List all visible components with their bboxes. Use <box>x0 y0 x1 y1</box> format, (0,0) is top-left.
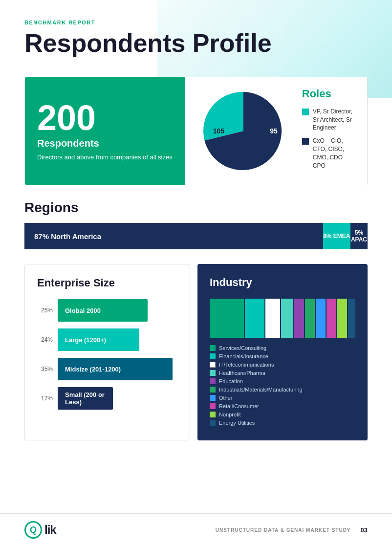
bar-fill-small: Small (200 or Less) <box>58 387 113 410</box>
ind-bar-retail <box>327 299 336 338</box>
ind-text-education: Education <box>219 378 243 384</box>
bar-track-large: Large (1200+) <box>58 328 177 351</box>
ind-text-healthcare: Healthcare/Pharma <box>219 370 265 376</box>
industry-chart <box>210 299 355 338</box>
enterprise-size-title: Enterprise Size <box>37 277 177 289</box>
ind-legend-healthcare: Healthcare/Pharma <box>210 370 355 376</box>
industry-legend: Services/Consulting Financials/Insurance… <box>210 345 355 426</box>
qlik-logo: Q lik <box>24 521 56 539</box>
enterprise-size-panel: Enterprise Size 25% Global 2000 24% Larg… <box>24 264 190 440</box>
respondents-chart-area: 105 95 Roles VP, Sr Director, Sr Archite… <box>185 77 367 185</box>
bar-fill-midsize: Midsize (201-1200) <box>58 358 173 380</box>
bar-fill-global2000: Global 2000 <box>58 299 148 322</box>
ind-legend-it: IT/Telecommunications <box>210 362 355 368</box>
footer: Q lik UNSTRUCTURED DATA & GENAI MARKET S… <box>0 513 392 546</box>
ind-legend-financials: Financials/Insurance <box>210 353 355 359</box>
ind-text-financials: Financials/Insurance <box>219 353 268 359</box>
ind-text-energy: Energy Utilities <box>219 420 255 426</box>
regions-title: Regions <box>24 200 368 216</box>
ind-color-education <box>210 378 216 384</box>
ind-legend-retail: Retail/Consumer <box>210 403 355 409</box>
bar-pct-small: 17% <box>37 395 53 402</box>
industry-panel: Industry Service <box>197 264 368 440</box>
ind-legend-education: Education <box>210 378 355 384</box>
main-content: 200 Respondents Directors and above from… <box>0 77 392 440</box>
ind-color-energy <box>210 420 216 426</box>
region-emea: 8% EMEA <box>323 223 350 249</box>
bottom-panels: Enterprise Size 25% Global 2000 24% Larg… <box>24 264 368 440</box>
ind-text-it: IT/Telecommunications <box>219 362 274 368</box>
respondents-card: 200 Respondents Directors and above from… <box>24 77 368 185</box>
bar-pct-global2000: 25% <box>37 307 53 314</box>
ind-text-nonprofit: Nonprofit <box>219 412 241 417</box>
roles-title: Roles <box>302 87 352 100</box>
bar-item-small: 17% Small (200 or Less) <box>37 387 177 410</box>
ind-legend-industrials: Industrials/Materials/Manufacturing <box>210 387 355 393</box>
bar-track-global2000: Global 2000 <box>58 299 177 322</box>
page: BENCHMARK REPORT Respondents Profile 200… <box>0 0 392 546</box>
ind-bar-nonprofit <box>337 299 347 338</box>
benchmark-label: BENCHMARK REPORT <box>24 20 368 25</box>
ind-color-retail <box>210 403 216 409</box>
respondents-number: 200 <box>37 100 173 135</box>
bar-item-large: 24% Large (1200+) <box>37 328 177 351</box>
qlik-logo-text: lik <box>44 523 56 537</box>
legend-item-cxo: CxO – CIO, CTO, CISO, CMO, CDO CPO <box>302 137 352 170</box>
respondents-description: Directors and above from companies of al… <box>37 153 173 162</box>
ind-text-industrials: Industrials/Materials/Manufacturing <box>219 387 303 393</box>
ind-color-services <box>210 345 216 351</box>
regions-bar: 87% North America 8% EMEA 5% APAC <box>24 223 368 249</box>
ind-color-other <box>210 395 216 401</box>
pie-chart-container: 105 95 <box>199 87 287 175</box>
ind-legend-services: Services/Consulting <box>210 345 355 351</box>
legend-text-cxo: CxO – CIO, CTO, CISO, CMO, CDO CPO <box>313 137 352 170</box>
ind-bar-industrials <box>305 299 315 338</box>
legend-item-vp: VP, Sr Director, Sr Architect, Sr Engine… <box>302 108 352 132</box>
ind-bar-it <box>265 299 280 338</box>
ind-color-nonprofit <box>210 412 216 417</box>
bar-track-small: Small (200 or Less) <box>58 387 177 410</box>
legend-text-vp: VP, Sr Director, Sr Architect, Sr Engine… <box>313 108 352 132</box>
ind-bar-education <box>294 299 304 338</box>
ind-color-financials <box>210 353 216 359</box>
legend-color-teal <box>302 109 309 115</box>
ind-legend-nonprofit: Nonprofit <box>210 412 355 417</box>
legend-color-dark <box>302 138 309 145</box>
header: BENCHMARK REPORT Respondents Profile <box>0 0 392 77</box>
ind-text-retail: Retail/Consumer <box>219 403 259 409</box>
region-north-america: 87% North America <box>24 223 323 249</box>
footer-page-number: 03 <box>361 526 368 534</box>
ind-bar-financials <box>245 299 264 338</box>
bar-track-midsize: Midsize (201-1200) <box>58 358 177 380</box>
bar-item-midsize: 35% Midsize (201-1200) <box>37 358 177 380</box>
pie-label-95: 95 <box>270 127 278 135</box>
footer-right: UNSTRUCTURED DATA & GENAI MARKET STUDY 0… <box>216 526 368 534</box>
bar-fill-large: Large (1200+) <box>58 328 139 351</box>
ind-color-it <box>210 362 216 368</box>
ind-text-other: Other <box>219 395 233 401</box>
bar-pct-large: 24% <box>37 336 53 343</box>
bar-pct-midsize: 35% <box>37 366 53 372</box>
ind-text-services: Services/Consulting <box>219 345 266 351</box>
industry-title: Industry <box>210 276 355 289</box>
ind-color-industrials <box>210 387 216 393</box>
ind-bar-energy <box>348 299 355 338</box>
ind-legend-energy: Energy Utilities <box>210 420 355 426</box>
ind-color-healthcare <box>210 370 216 376</box>
pie-label-105: 105 <box>213 127 224 135</box>
ind-bar-healthcare <box>281 299 293 338</box>
page-title: Respondents Profile <box>24 29 368 57</box>
respondents-title: Respondents <box>37 138 173 149</box>
ind-bar-other <box>316 299 326 338</box>
roles-legend: Roles VP, Sr Director, Sr Architect, Sr … <box>302 87 352 175</box>
qlik-q-icon: Q <box>24 521 42 539</box>
region-apac: 5% APAC <box>350 223 368 249</box>
footer-study-text: UNSTRUCTURED DATA & GENAI MARKET STUDY <box>216 527 351 533</box>
ind-bar-services <box>210 299 244 338</box>
respondents-green-panel: 200 Respondents Directors and above from… <box>25 77 185 185</box>
bar-item-global2000: 25% Global 2000 <box>37 299 177 322</box>
ind-legend-other: Other <box>210 395 355 401</box>
